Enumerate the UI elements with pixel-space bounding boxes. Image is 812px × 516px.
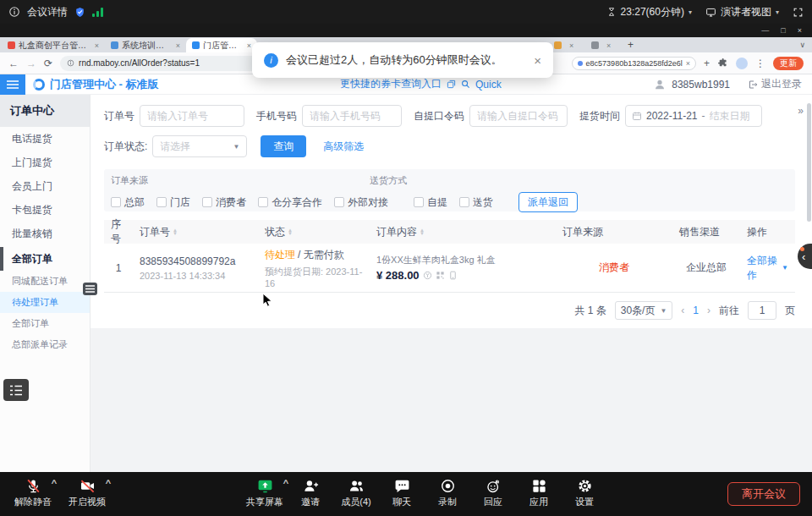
sidebar-item-card-pickup[interactable]: 卡包提货 [0,198,90,222]
start-video-button[interactable]: 开启视频 ∧ [64,478,110,508]
extensions-puzzle-icon[interactable] [717,58,728,69]
advanced-filter-link[interactable]: 高级筛选 [323,140,364,154]
browser-tab[interactable]: × [548,38,585,52]
sidebar-item-all-orders[interactable]: 全部订单 [0,247,90,271]
sort-icon[interactable]: ▲▼ [173,228,178,236]
site-info-icon[interactable] [67,59,74,67]
sidebar-item-door-pickup[interactable]: 上门提货 [0,151,90,174]
checkbox-delivery-pickup[interactable]: 自提 [414,195,447,210]
forward-icon[interactable]: → [26,58,36,69]
record-button[interactable]: 录制 [425,478,470,508]
browser-tab[interactable]: 礼盒商创平台管理中心 × [2,38,105,52]
prev-page-icon[interactable]: ‹ [681,305,684,316]
chevron-down-icon: ▼ [233,143,239,151]
tab-close-icon[interactable]: × [95,41,99,50]
share-screen-button[interactable]: 共享屏幕 ∧ [242,478,288,508]
refresh-icon[interactable]: ⟳ [44,58,52,69]
sort-icon[interactable]: ▲▼ [288,228,293,236]
collapse-filters-icon[interactable]: » [798,105,802,117]
quick-label[interactable]: Quick [475,79,502,91]
view-mode-selector[interactable]: 演讲者视图 ▾ [705,5,779,19]
order-no-input[interactable] [140,105,244,127]
meeting-timer-dropdown[interactable]: 23:27(60分钟) ▾ [606,5,692,19]
scrollbar-thumb[interactable] [807,103,811,222]
header-order-content[interactable]: 订单内容▲▼ [370,225,556,239]
checkbox-source-hq[interactable]: 总部 [111,195,145,210]
current-page[interactable]: 1 [693,305,699,316]
quick-search-icon[interactable] [461,80,470,89]
sidebar-subitem-all-orders[interactable]: 全部订单 [0,313,90,334]
checkbox-source-consumer[interactable]: 消费者 [202,195,246,210]
date-end-placeholder[interactable]: 结束日期 [710,109,750,124]
tab-close-icon[interactable]: × [569,41,573,50]
pickup-code-label: 自提口令码 [414,109,464,124]
window-close-button[interactable]: × [798,26,802,35]
order-no-value[interactable]: 8385934508899792a [140,255,235,267]
sidebar-item-phone-pickup[interactable]: 电话提货 [0,127,90,151]
browser-menu-kebab-icon[interactable]: ⋮ [755,58,765,69]
checkbox-delivery-send[interactable]: 送货 [459,195,493,210]
meeting-app-icon[interactable] [8,6,20,18]
link-out-icon[interactable] [447,80,456,89]
video-options-caret[interactable]: ∧ [104,478,112,486]
tab-id-chip[interactable]: e8c573980b1328a258fd2e6l × [572,57,696,70]
checkbox-source-store[interactable]: 门店 [156,195,190,210]
apps-button[interactable]: 应用 [516,478,562,508]
browser-update-button[interactable]: 更新 [773,57,804,70]
all-actions-dropdown[interactable]: 全部操作▼ [747,254,788,283]
back-icon[interactable]: ← [8,58,19,69]
toolbar-plus-icon[interactable]: + [704,58,710,69]
sidebar-item-batch-verify[interactable]: 批量核销 [0,222,90,245]
goto-page-input[interactable] [748,301,776,320]
dispatch-return-button[interactable]: 派单退回 [518,192,578,212]
search-button[interactable]: 查询 [261,135,306,157]
window-maximize-button[interactable]: □ [781,26,785,35]
new-tab-button[interactable]: + [628,39,634,51]
sidebar-item-member-visit[interactable]: 会员上门 [0,174,90,198]
invite-button[interactable]: 邀请 [288,478,333,508]
pickup-code-input[interactable] [469,105,568,127]
unmute-options-caret[interactable]: ∧ [50,478,58,486]
tab-search-caret-icon[interactable]: ∨ [799,41,812,49]
sidebar-drag-handle-icon[interactable] [83,283,97,295]
page-size-select[interactable]: 30条/页 ▼ [615,301,673,320]
chip-close-icon[interactable]: × [686,59,690,68]
reactions-button[interactable]: 回应 [470,478,516,508]
address-bar[interactable]: rnd.maboy.cn/AllOrder?status=1 ☆ [60,56,282,71]
checkbox-source-external[interactable]: 外部对接 [334,195,388,210]
username[interactable]: 8385wb1991 [672,79,730,91]
sort-icon[interactable]: ▲▼ [420,228,425,236]
browser-tab[interactable]: × [585,38,623,52]
date-range-picker[interactable]: 2022-11-21 - 结束日期 [625,105,762,127]
header-status[interactable]: 状态▲▼ [258,225,370,239]
chat-button[interactable]: 聊天 [379,478,425,508]
security-shield-icon[interactable] [74,7,85,18]
toast-close-icon[interactable]: × [534,53,541,68]
fullscreen-icon[interactable] [793,7,804,18]
window-minimize-button[interactable]: — [761,26,769,35]
checkbox-source-warehouse-share[interactable]: 仓分享合作 [258,195,322,210]
tab-close-icon[interactable]: × [176,41,180,50]
sidebar-subitem-hq-dispatch-log[interactable]: 总部派单记录 [0,334,90,355]
browser-profile-avatar[interactable] [736,58,748,69]
browser-tab-active[interactable]: 门店管理中心 × [186,38,257,52]
sidebar-toggle-button[interactable] [0,74,25,95]
order-status-select[interactable]: 请选择 ▼ [152,135,247,157]
next-page-icon[interactable]: › [707,305,710,316]
meeting-floating-toolbar[interactable] [3,379,29,401]
settings-button[interactable]: 设置 [562,478,607,508]
browser-tab[interactable]: 系统培训学习 × [105,38,186,52]
sidebar-subitem-city-delivery[interactable]: 同城配送订单 [0,271,90,292]
coupon-query-link[interactable]: 更快捷的券卡查询入口 [340,77,442,91]
members-button[interactable]: 成员(4) [333,478,379,508]
sidebar-subitem-pending-orders[interactable]: 待处理订单 [0,292,90,313]
tab-close-icon[interactable]: × [606,41,611,50]
header-order-no[interactable]: 订单号▲▼ [133,225,258,239]
unmute-button[interactable]: 解除静音 ∧ [10,478,56,508]
tab-close-icon[interactable]: × [247,41,251,50]
phone-input[interactable] [302,105,402,127]
meeting-details-label[interactable]: 会议详情 [27,5,68,19]
logout-button[interactable]: 退出登录 [748,77,802,91]
date-start-value[interactable]: 2022-11-21 [646,110,698,122]
leave-meeting-button[interactable]: 离开会议 [727,482,800,506]
